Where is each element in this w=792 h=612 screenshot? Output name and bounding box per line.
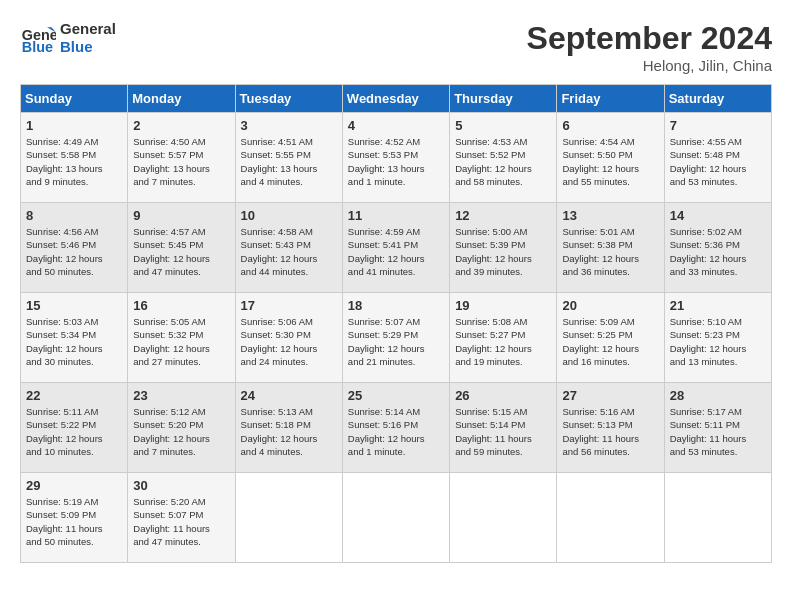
calendar-cell: 20Sunrise: 5:09 AM Sunset: 5:25 PM Dayli… [557, 293, 664, 383]
calendar-cell: 3Sunrise: 4:51 AM Sunset: 5:55 PM Daylig… [235, 113, 342, 203]
header: General Blue General Blue September 2024… [20, 20, 772, 74]
day-number: 11 [348, 208, 444, 223]
day-number: 1 [26, 118, 122, 133]
calendar-cell [664, 473, 771, 563]
day-number: 15 [26, 298, 122, 313]
day-number: 22 [26, 388, 122, 403]
calendar-cell: 10Sunrise: 4:58 AM Sunset: 5:43 PM Dayli… [235, 203, 342, 293]
day-info: Sunrise: 5:02 AM Sunset: 5:36 PM Dayligh… [670, 225, 766, 278]
day-info: Sunrise: 5:12 AM Sunset: 5:20 PM Dayligh… [133, 405, 229, 458]
day-number: 4 [348, 118, 444, 133]
day-info: Sunrise: 5:07 AM Sunset: 5:29 PM Dayligh… [348, 315, 444, 368]
day-number: 6 [562, 118, 658, 133]
calendar-cell: 7Sunrise: 4:55 AM Sunset: 5:48 PM Daylig… [664, 113, 771, 203]
calendar-cell [557, 473, 664, 563]
logo-blue: Blue [60, 38, 116, 56]
day-number: 23 [133, 388, 229, 403]
header-cell-saturday: Saturday [664, 85, 771, 113]
calendar-cell: 28Sunrise: 5:17 AM Sunset: 5:11 PM Dayli… [664, 383, 771, 473]
day-number: 17 [241, 298, 337, 313]
calendar-cell: 15Sunrise: 5:03 AM Sunset: 5:34 PM Dayli… [21, 293, 128, 383]
day-info: Sunrise: 5:14 AM Sunset: 5:16 PM Dayligh… [348, 405, 444, 458]
calendar-cell: 26Sunrise: 5:15 AM Sunset: 5:14 PM Dayli… [450, 383, 557, 473]
day-info: Sunrise: 5:11 AM Sunset: 5:22 PM Dayligh… [26, 405, 122, 458]
day-number: 21 [670, 298, 766, 313]
calendar-cell: 23Sunrise: 5:12 AM Sunset: 5:20 PM Dayli… [128, 383, 235, 473]
day-number: 12 [455, 208, 551, 223]
week-row-3: 15Sunrise: 5:03 AM Sunset: 5:34 PM Dayli… [21, 293, 772, 383]
day-number: 8 [26, 208, 122, 223]
day-info: Sunrise: 5:03 AM Sunset: 5:34 PM Dayligh… [26, 315, 122, 368]
day-info: Sunrise: 4:54 AM Sunset: 5:50 PM Dayligh… [562, 135, 658, 188]
calendar-cell: 16Sunrise: 5:05 AM Sunset: 5:32 PM Dayli… [128, 293, 235, 383]
day-number: 9 [133, 208, 229, 223]
logo: General Blue General Blue [20, 20, 116, 56]
calendar-cell: 27Sunrise: 5:16 AM Sunset: 5:13 PM Dayli… [557, 383, 664, 473]
day-number: 25 [348, 388, 444, 403]
week-row-2: 8Sunrise: 4:56 AM Sunset: 5:46 PM Daylig… [21, 203, 772, 293]
day-number: 10 [241, 208, 337, 223]
month-title: September 2024 [527, 20, 772, 57]
day-info: Sunrise: 4:57 AM Sunset: 5:45 PM Dayligh… [133, 225, 229, 278]
day-info: Sunrise: 5:00 AM Sunset: 5:39 PM Dayligh… [455, 225, 551, 278]
day-info: Sunrise: 4:49 AM Sunset: 5:58 PM Dayligh… [26, 135, 122, 188]
calendar-cell: 21Sunrise: 5:10 AM Sunset: 5:23 PM Dayli… [664, 293, 771, 383]
day-number: 24 [241, 388, 337, 403]
calendar-cell: 17Sunrise: 5:06 AM Sunset: 5:30 PM Dayli… [235, 293, 342, 383]
day-number: 28 [670, 388, 766, 403]
header-cell-monday: Monday [128, 85, 235, 113]
calendar-cell: 29Sunrise: 5:19 AM Sunset: 5:09 PM Dayli… [21, 473, 128, 563]
day-info: Sunrise: 5:08 AM Sunset: 5:27 PM Dayligh… [455, 315, 551, 368]
day-info: Sunrise: 5:20 AM Sunset: 5:07 PM Dayligh… [133, 495, 229, 548]
day-number: 16 [133, 298, 229, 313]
calendar-cell: 8Sunrise: 4:56 AM Sunset: 5:46 PM Daylig… [21, 203, 128, 293]
location: Helong, Jilin, China [527, 57, 772, 74]
day-number: 19 [455, 298, 551, 313]
calendar-cell: 18Sunrise: 5:07 AM Sunset: 5:29 PM Dayli… [342, 293, 449, 383]
header-cell-sunday: Sunday [21, 85, 128, 113]
calendar-cell: 4Sunrise: 4:52 AM Sunset: 5:53 PM Daylig… [342, 113, 449, 203]
day-number: 5 [455, 118, 551, 133]
day-info: Sunrise: 4:56 AM Sunset: 5:46 PM Dayligh… [26, 225, 122, 278]
day-number: 3 [241, 118, 337, 133]
week-row-1: 1Sunrise: 4:49 AM Sunset: 5:58 PM Daylig… [21, 113, 772, 203]
day-info: Sunrise: 5:06 AM Sunset: 5:30 PM Dayligh… [241, 315, 337, 368]
calendar-cell: 24Sunrise: 5:13 AM Sunset: 5:18 PM Dayli… [235, 383, 342, 473]
header-cell-thursday: Thursday [450, 85, 557, 113]
header-cell-tuesday: Tuesday [235, 85, 342, 113]
day-info: Sunrise: 4:52 AM Sunset: 5:53 PM Dayligh… [348, 135, 444, 188]
day-info: Sunrise: 4:53 AM Sunset: 5:52 PM Dayligh… [455, 135, 551, 188]
calendar-cell [235, 473, 342, 563]
calendar-cell [342, 473, 449, 563]
day-number: 13 [562, 208, 658, 223]
day-info: Sunrise: 5:17 AM Sunset: 5:11 PM Dayligh… [670, 405, 766, 458]
day-number: 7 [670, 118, 766, 133]
day-info: Sunrise: 5:05 AM Sunset: 5:32 PM Dayligh… [133, 315, 229, 368]
calendar-cell: 14Sunrise: 5:02 AM Sunset: 5:36 PM Dayli… [664, 203, 771, 293]
header-cell-wednesday: Wednesday [342, 85, 449, 113]
day-info: Sunrise: 5:10 AM Sunset: 5:23 PM Dayligh… [670, 315, 766, 368]
day-number: 26 [455, 388, 551, 403]
title-area: September 2024 Helong, Jilin, China [527, 20, 772, 74]
calendar-cell: 1Sunrise: 4:49 AM Sunset: 5:58 PM Daylig… [21, 113, 128, 203]
day-number: 27 [562, 388, 658, 403]
day-number: 18 [348, 298, 444, 313]
calendar-cell: 22Sunrise: 5:11 AM Sunset: 5:22 PM Dayli… [21, 383, 128, 473]
calendar-cell: 12Sunrise: 5:00 AM Sunset: 5:39 PM Dayli… [450, 203, 557, 293]
calendar-cell: 5Sunrise: 4:53 AM Sunset: 5:52 PM Daylig… [450, 113, 557, 203]
logo-general: General [60, 20, 116, 38]
calendar-cell: 25Sunrise: 5:14 AM Sunset: 5:16 PM Dayli… [342, 383, 449, 473]
logo-icon: General Blue [20, 20, 56, 56]
calendar-cell: 13Sunrise: 5:01 AM Sunset: 5:38 PM Dayli… [557, 203, 664, 293]
calendar-cell: 11Sunrise: 4:59 AM Sunset: 5:41 PM Dayli… [342, 203, 449, 293]
calendar-cell: 2Sunrise: 4:50 AM Sunset: 5:57 PM Daylig… [128, 113, 235, 203]
calendar-table: SundayMondayTuesdayWednesdayThursdayFrid… [20, 84, 772, 563]
day-info: Sunrise: 4:55 AM Sunset: 5:48 PM Dayligh… [670, 135, 766, 188]
day-number: 30 [133, 478, 229, 493]
calendar-cell: 6Sunrise: 4:54 AM Sunset: 5:50 PM Daylig… [557, 113, 664, 203]
day-info: Sunrise: 4:58 AM Sunset: 5:43 PM Dayligh… [241, 225, 337, 278]
day-info: Sunrise: 4:51 AM Sunset: 5:55 PM Dayligh… [241, 135, 337, 188]
day-info: Sunrise: 5:09 AM Sunset: 5:25 PM Dayligh… [562, 315, 658, 368]
day-info: Sunrise: 4:50 AM Sunset: 5:57 PM Dayligh… [133, 135, 229, 188]
day-info: Sunrise: 5:01 AM Sunset: 5:38 PM Dayligh… [562, 225, 658, 278]
